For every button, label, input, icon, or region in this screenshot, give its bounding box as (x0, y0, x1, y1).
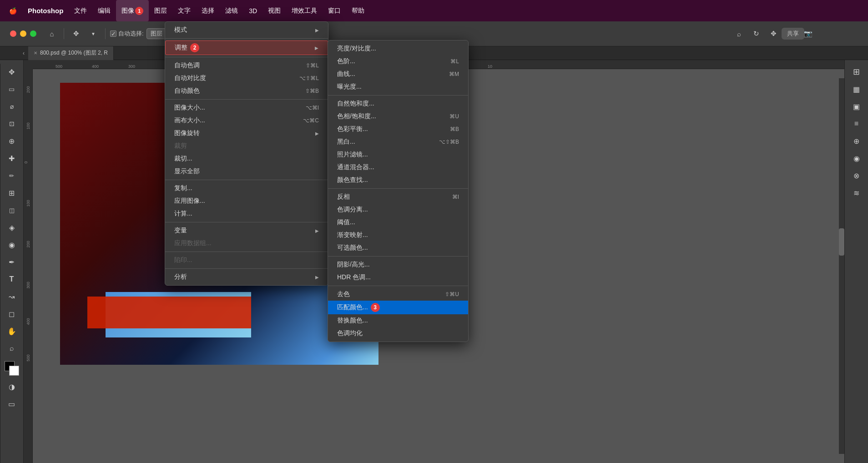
bg-color[interactable] (9, 366, 19, 376)
stamp-tool[interactable]: ⊞ (4, 185, 20, 201)
menu-analysis[interactable]: 分析 (165, 271, 328, 283)
menu-view[interactable]: 视图 (262, 0, 286, 21)
menu-window[interactable]: 窗口 (323, 0, 346, 21)
menu-image-size[interactable]: 图像大小... ⌥⌘I (165, 101, 328, 114)
heal-tool[interactable]: ✚ (4, 150, 20, 166)
menu-duplicate[interactable]: 复制... (165, 182, 328, 195)
menu-hdr-toning[interactable]: HDR 色调... (328, 271, 468, 284)
menu-crop[interactable]: 裁剪 (165, 140, 328, 152)
menu-vibrance[interactable]: 自然饱和度... (328, 97, 468, 110)
menu-color-lookup[interactable]: 颜色查找... (328, 174, 468, 186)
eraser-tool[interactable]: ◫ (4, 202, 20, 218)
move-tool[interactable]: ✥ (4, 64, 20, 80)
tab-close-icon[interactable]: ✕ (34, 50, 37, 55)
menu-apply-data[interactable]: 应用数据组... (165, 237, 328, 250)
menu-trap[interactable]: 陷印... (165, 254, 328, 267)
maximize-button[interactable] (30, 30, 36, 37)
brush-tool[interactable]: ✏ (4, 167, 20, 184)
pen-tool[interactable]: ✒ (4, 254, 20, 270)
move-tool-btn[interactable]: ✥ (69, 26, 83, 41)
menu-auto-tone[interactable]: 自动色调 ⇧⌘L (165, 59, 328, 72)
rotate-icon[interactable]: ↻ (749, 26, 763, 41)
menu-apply-image[interactable]: 应用图像... (165, 195, 328, 207)
menu-gradient-map[interactable]: 渐变映射... (328, 229, 468, 242)
menu-variables[interactable]: 变量 (165, 224, 328, 237)
menu-exposure[interactable]: 曝光度... (328, 81, 468, 93)
menu-image[interactable]: 图像 1 (116, 0, 149, 21)
menu-desaturate[interactable]: 去色 ⇧⌘U (328, 288, 468, 301)
right-panel-btn3[interactable]: ▣ (848, 98, 865, 115)
auto-select-checkbox[interactable]: ✓ (110, 30, 116, 37)
auto-select-label[interactable]: ✓ 自动选择: (110, 30, 144, 38)
menu-selective-color[interactable]: 可选颜色... (328, 242, 468, 254)
eyedropper-tool[interactable]: ⊕ (4, 133, 20, 149)
rect-select-tool[interactable]: ▭ (4, 81, 20, 97)
menu-brightness[interactable]: 亮度/对比度... (328, 42, 468, 55)
path-tool[interactable]: ↝ (4, 288, 20, 305)
layer-select[interactable]: 图层 (146, 28, 167, 39)
menu-curves[interactable]: 曲线... ⌘M (328, 68, 468, 81)
menu-auto-color[interactable]: 自动颜色 ⇧⌘B (165, 85, 328, 97)
scrollbar-thumb[interactable] (839, 228, 844, 256)
close-button[interactable] (10, 30, 16, 37)
menu-shadow-highlight[interactable]: 阴影/高光... (328, 258, 468, 271)
quick-mask-tool[interactable]: ◑ (4, 378, 20, 395)
lasso-tool[interactable]: ⌀ (4, 98, 20, 115)
menu-bw[interactable]: 黑白... ⌥⇧⌘B (328, 136, 468, 148)
menu-calculations[interactable]: 计算... (165, 207, 328, 220)
right-panel-btn1[interactable]: ⊞ (848, 64, 865, 80)
menu-mode[interactable]: 模式 (165, 24, 328, 36)
menu-color-balance[interactable]: 色彩平衡... ⌘B (328, 123, 468, 136)
menu-match-color[interactable]: 匹配颜色... 3 (328, 301, 468, 314)
text-tool[interactable]: T (4, 271, 20, 287)
crop-tool[interactable]: ⊡ (4, 116, 20, 132)
menu-enhance[interactable]: 增效工具 (286, 0, 323, 21)
menu-equalize[interactable]: 色调均化 (328, 327, 468, 340)
menu-levels[interactable]: 色阶... ⌘L (328, 55, 468, 68)
menu-trim[interactable]: 裁切... (165, 152, 328, 165)
search-icon[interactable]: ⌕ (732, 26, 746, 41)
menu-select[interactable]: 选择 (196, 0, 220, 21)
menu-3d[interactable]: 3D (243, 0, 262, 21)
menu-photo-filter[interactable]: 照片滤镜... (328, 148, 468, 161)
blur-tool[interactable]: ◉ (4, 237, 20, 253)
right-panel-btn4[interactable]: ≡ (848, 116, 865, 132)
menu-help[interactable]: 帮助 (346, 0, 370, 21)
menu-posterize[interactable]: 色调分离... (328, 203, 468, 216)
move-tool-dropdown[interactable]: ▼ (86, 26, 101, 41)
menu-auto-contrast[interactable]: 自动对比度 ⌥⇧⌘L (165, 72, 328, 85)
apple-menu[interactable]: 🍎 (4, 0, 22, 21)
fg-bg-colors[interactable] (5, 361, 19, 376)
menu-channel-mixer[interactable]: 通道混合器... (328, 161, 468, 174)
minimize-button[interactable] (20, 30, 26, 37)
menu-layer[interactable]: 图层 (149, 0, 172, 21)
menu-image-rotate[interactable]: 图像旋转 (165, 127, 328, 140)
menu-text[interactable]: 文字 (172, 0, 196, 21)
shape-tool[interactable]: ◻ (4, 306, 20, 322)
gradient-tool[interactable]: ◈ (4, 219, 20, 236)
menu-edit[interactable]: 编辑 (92, 0, 116, 21)
menu-canvas-size[interactable]: 画布大小... ⌥⌘C (165, 114, 328, 127)
menu-hue-sat[interactable]: 色相/饱和度... ⌘U (328, 110, 468, 123)
zoom-tool[interactable]: ⌕ (4, 340, 20, 357)
menu-threshold[interactable]: 阈值... (328, 216, 468, 229)
scrollbar-vertical[interactable] (839, 78, 844, 454)
right-panel-btn2[interactable]: ▦ (848, 81, 865, 97)
right-panel-btn7[interactable]: ⊗ (848, 167, 865, 184)
tab-doc[interactable]: ✕ 800.psd @ 100% (图层 2, R (28, 46, 114, 60)
collapse-left[interactable]: ‹ (23, 50, 28, 56)
menu-replace-color[interactable]: 替换颜色... (328, 314, 468, 327)
right-panel-btn6[interactable]: ◉ (848, 150, 865, 166)
share-button[interactable]: 共享 (782, 28, 804, 40)
menu-reveal-all[interactable]: 显示全部 (165, 165, 328, 178)
app-name[interactable]: Photoshop (22, 0, 69, 21)
menu-adjust[interactable]: 调整 2 (165, 40, 328, 55)
menu-file[interactable]: 文件 (69, 0, 92, 21)
hand-icon[interactable]: ✥ (766, 26, 781, 41)
right-panel-btn8[interactable]: ≋ (848, 185, 865, 201)
home-icon[interactable]: ⌂ (45, 26, 59, 41)
menu-filter[interactable]: 滤镜 (220, 0, 243, 21)
screen-mode-tool[interactable]: ▭ (4, 396, 20, 412)
right-panel-btn5[interactable]: ⊕ (848, 133, 865, 149)
menu-invert[interactable]: 反相 ⌘I (328, 191, 468, 203)
